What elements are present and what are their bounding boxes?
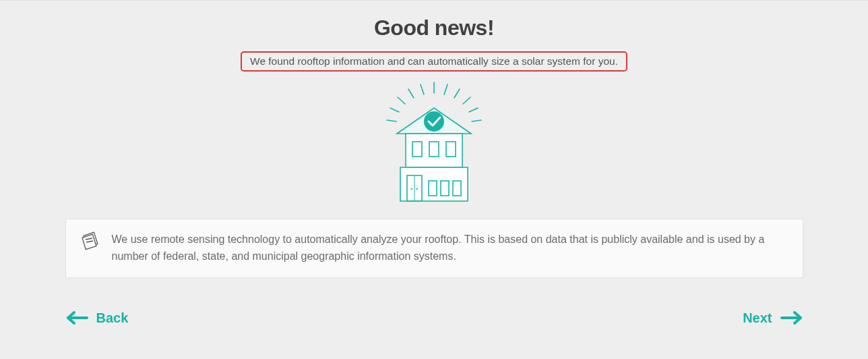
svg-line-4 [454, 89, 460, 98]
svg-line-5 [398, 97, 405, 104]
arrow-right-icon [780, 310, 803, 325]
note-icon [80, 231, 100, 252]
svg-point-21 [416, 188, 418, 190]
svg-line-9 [387, 120, 396, 121]
next-label: Next [743, 310, 772, 326]
svg-line-8 [469, 108, 478, 112]
main-container: Good news! We found rooftop information … [0, 1, 868, 359]
subtitle-text: We found rooftop information and can aut… [250, 55, 618, 67]
highlighted-subtitle-box: We found rooftop information and can aut… [241, 51, 627, 72]
house-with-sun-rays-icon [373, 81, 495, 206]
navigation-row: Back Next [65, 310, 803, 326]
svg-line-10 [472, 120, 481, 121]
back-label: Back [96, 310, 129, 326]
svg-line-6 [463, 97, 470, 104]
back-button[interactable]: Back [65, 310, 129, 326]
svg-point-20 [411, 188, 412, 190]
info-text: We use remote sensing technology to auto… [112, 231, 786, 265]
svg-point-12 [424, 111, 444, 132]
svg-rect-13 [406, 134, 462, 167]
house-illustration [373, 81, 495, 206]
arrow-left-icon [65, 310, 88, 325]
next-button[interactable]: Next [743, 310, 803, 326]
info-card: We use remote sensing technology to auto… [65, 219, 803, 278]
page-title: Good news! [374, 16, 494, 40]
svg-line-7 [390, 108, 399, 112]
svg-line-2 [444, 84, 447, 94]
svg-line-3 [408, 89, 414, 98]
svg-line-1 [421, 84, 424, 94]
